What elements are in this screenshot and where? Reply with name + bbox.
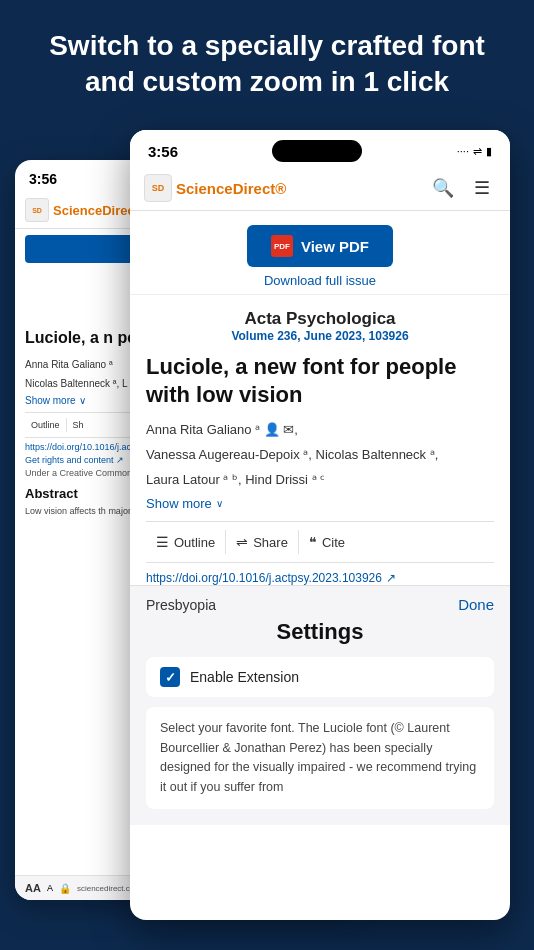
volume-number: 236 [277,329,297,343]
author-1: Anna Rita Galiano ᵃ 👤 ✉, [146,422,298,437]
settings-location: Presbyopia [146,597,216,613]
authors-2-3: Vanessa Augereau-Depoix ᵃ, Nicolas Balte… [146,447,438,462]
settings-panel: Presbyopia Done Settings ✓ Enable Extens… [130,585,510,825]
status-bar: 3:56 ···· ⇌ ▮ [130,130,510,168]
back-logo-icon: SD [25,198,49,222]
logo-text: ScienceDirect® [176,180,286,197]
show-more-label: Show more [146,496,212,511]
nav-bar: SD ScienceDirect® 🔍 ☰ [130,168,510,211]
back-font-size-icon: A [47,883,53,893]
journal-name: Acta Psychologica [146,309,494,329]
volume-info: Volume 236, June 2023, 103926 [146,329,494,343]
doi-text: https://doi.org/10.1016/j.actpsy.2023.10… [146,571,382,585]
battery-icon: ▮ [486,145,492,158]
cite-button[interactable]: ❝ Cite [299,530,355,554]
signal-icon: ···· [457,145,469,157]
back-logo-text: ScienceDirec [53,203,135,218]
outline-label: Outline [174,535,215,550]
back-outline[interactable]: Outline [25,418,67,432]
sciencedirect-logo: SD ScienceDirect® [144,174,286,202]
chevron-down-icon: ∨ [216,498,223,509]
authors-line-3: Laura Latour ᵃ ᵇ, Hind Drissi ᵃ ᶜ [146,470,494,491]
show-more-button[interactable]: Show more ∨ [146,496,494,511]
share-label: Share [253,535,288,550]
enable-extension-row: ✓ Enable Extension [146,657,494,697]
authors-4-5: Laura Latour ᵃ ᵇ, Hind Drissi ᵃ ᶜ [146,472,325,487]
authors-line-2: Vanessa Augereau-Depoix ᵃ, Nicolas Balte… [146,445,494,466]
settings-done-button[interactable]: Done [458,596,494,613]
authors-line-1: Anna Rita Galiano ᵃ 👤 ✉, [146,420,494,441]
status-icons: ···· ⇌ ▮ [457,145,492,158]
front-card: 3:56 ···· ⇌ ▮ SD ScienceDirect® 🔍 ☰ PDF … [130,130,510,920]
enable-extension-checkbox[interactable]: ✓ [160,667,180,687]
view-pdf-section: PDF View PDF Download full issue [130,211,510,295]
volume-prefix: Volume [231,329,277,343]
header-area: Switch to a specially crafted font and c… [0,0,534,121]
article-content: Acta Psychologica Volume 236, June 2023,… [130,295,510,585]
article-title: Luciole, a new font for people with low … [146,353,494,408]
outline-button[interactable]: ☰ Outline [146,530,226,554]
volume-suffix: , June 2023, 103926 [297,329,408,343]
header-title: Switch to a specially crafted font and c… [0,0,534,121]
search-icon[interactable]: 🔍 [426,175,460,201]
doi-link[interactable]: https://doi.org/10.1016/j.actpsy.2023.10… [146,571,494,585]
cite-icon: ❝ [309,534,317,550]
status-notch [272,140,362,162]
wifi-icon: ⇌ [473,145,482,158]
outline-icon: ☰ [156,534,169,550]
settings-title: Settings [146,619,494,645]
status-time: 3:56 [148,143,178,160]
share-icon: ⇌ [236,534,248,550]
doi-arrow-icon: ↗ [386,571,396,585]
pdf-icon: PDF [271,235,293,257]
action-bar: ☰ Outline ⇌ Share ❝ Cite [146,521,494,563]
view-pdf-button[interactable]: PDF View PDF [247,225,393,267]
back-status-time: 3:56 [29,171,57,187]
logo-icon: SD [144,174,172,202]
menu-icon[interactable]: ☰ [468,175,496,201]
back-logo-area: SD ScienceDirec [25,198,135,222]
download-full-issue-link[interactable]: Download full issue [264,273,376,288]
share-button[interactable]: ⇌ Share [226,530,299,554]
settings-topbar: Presbyopia Done [146,586,494,619]
enable-extension-label: Enable Extension [190,669,299,685]
back-lock-icon: 🔒 [59,883,71,894]
view-pdf-label: View PDF [301,238,369,255]
back-share[interactable]: Sh [67,418,90,432]
cite-label: Cite [322,535,345,550]
settings-description: Select your favorite font. The Luciole f… [146,707,494,809]
back-aa-label: AA [25,882,41,894]
